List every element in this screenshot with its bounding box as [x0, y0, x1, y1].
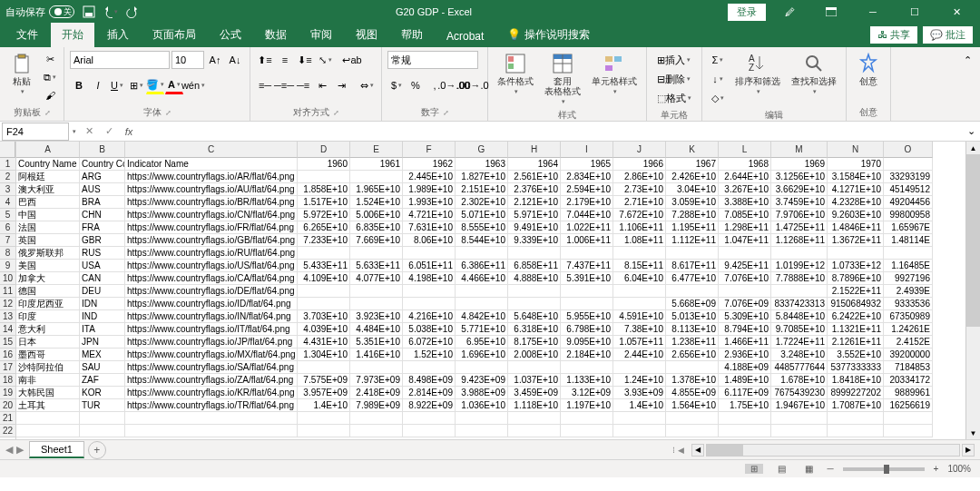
select-all-corner[interactable] [0, 142, 15, 158]
format-table-button[interactable]: 套用 表格格式▾ [541, 51, 584, 107]
cell[interactable] [613, 298, 666, 310]
cell[interactable]: 印度尼西亚 [16, 298, 80, 310]
cell[interactable]: 4.188E+09 [719, 361, 771, 374]
scroll-right-icon[interactable]: ▶ [962, 444, 975, 457]
cell[interactable]: 3.267E+10 [719, 183, 771, 196]
cell-styles-button[interactable]: 单元格样式▾ [588, 51, 641, 97]
cell[interactable] [884, 425, 933, 437]
cell[interactable]: 3.988E+09 [456, 387, 508, 399]
cell[interactable]: 1.0733E+12 [828, 260, 884, 272]
cell[interactable]: 7.989E+09 [350, 399, 403, 412]
cell[interactable]: https://www.countryflags.io/CA/flat/64.p… [125, 272, 298, 285]
cell[interactable]: 1.489E+10 [719, 374, 771, 387]
row-header[interactable]: 6 [0, 221, 15, 234]
fx-icon[interactable]: fx [120, 123, 138, 140]
cell[interactable]: https://www.countryflags.io/DE/flat/64.p… [125, 285, 298, 298]
cell[interactable]: ZAF [80, 374, 125, 387]
cell[interactable]: 8.555E+10 [456, 221, 508, 234]
cell[interactable]: 4.431E+10 [298, 336, 350, 349]
cell[interactable]: 2.86E+10 [613, 171, 666, 183]
cell[interactable]: https://www.countryflags.io/SA/flat/64.p… [125, 361, 298, 374]
cell[interactable]: 16256619 [884, 399, 933, 412]
cell[interactable]: 6.117E+09 [719, 387, 771, 399]
cell[interactable]: 英国 [16, 234, 80, 247]
formula-input[interactable] [142, 123, 962, 141]
cell[interactable]: ITA [80, 323, 125, 336]
cell[interactable] [884, 158, 933, 171]
italic-button[interactable]: I [89, 76, 107, 94]
cell[interactable] [613, 247, 666, 260]
delete-cells-button[interactable]: ⊟ 删除 ▾ [652, 70, 695, 88]
cell[interactable]: Country Co [80, 158, 125, 171]
cell[interactable] [828, 425, 884, 437]
column-header[interactable]: H [508, 142, 561, 158]
cell[interactable]: 8.06E+10 [403, 234, 456, 247]
cell[interactable]: 1.112E+11 [666, 234, 719, 247]
row-header[interactable]: 15 [0, 336, 15, 349]
cell[interactable]: USA [80, 260, 125, 272]
cell[interactable]: 3.12E+09 [561, 387, 613, 399]
cell[interactable]: 7.38E+10 [613, 323, 666, 336]
conditional-format-button[interactable]: 条件格式▾ [494, 51, 537, 97]
cell[interactable] [561, 298, 613, 310]
cell[interactable]: BRA [80, 196, 125, 209]
cell[interactable]: 1.24E+10 [613, 374, 666, 387]
cell[interactable]: 9150684932 [828, 298, 884, 310]
cell[interactable]: 2.151E+10 [456, 183, 508, 196]
cell[interactable]: 99800958 [884, 209, 933, 221]
cell[interactable]: 1.118E+10 [508, 399, 561, 412]
align-expand-icon[interactable]: ⤢ [333, 109, 339, 117]
cell[interactable]: 沙特阿拉伯 [16, 361, 80, 374]
tab-home[interactable]: 开始 [51, 23, 94, 47]
cell[interactable] [666, 425, 719, 437]
cell[interactable]: https://www.countryflags.io/TR/flat/64.p… [125, 399, 298, 412]
cancel-formula-icon[interactable]: ✕ [80, 123, 98, 140]
cell[interactable]: 7.076E+09 [719, 298, 771, 310]
cell[interactable]: 7.631E+10 [403, 221, 456, 234]
column-header[interactable]: O [884, 142, 933, 158]
cell[interactable]: 1.24261E [884, 323, 933, 336]
cell[interactable]: 1.057E+11 [613, 336, 666, 349]
cell[interactable]: 6.798E+10 [561, 323, 613, 336]
cell[interactable]: 1.022E+11 [561, 221, 613, 234]
cell[interactable] [403, 247, 456, 260]
cell[interactable] [508, 247, 561, 260]
cell[interactable]: 1.304E+10 [298, 349, 350, 361]
decrease-decimal-icon[interactable]: .00→.0 [464, 76, 482, 94]
border-button[interactable]: ⊞▾ [127, 76, 145, 94]
cell[interactable]: 4.855E+09 [666, 387, 719, 399]
cell[interactable]: 3.04E+10 [666, 183, 719, 196]
cell[interactable]: 5.433E+11 [298, 260, 350, 272]
increase-font-icon[interactable]: A↑ [206, 51, 224, 69]
cell[interactable] [666, 412, 719, 425]
column-header[interactable]: L [719, 142, 771, 158]
cell[interactable]: 澳大利亚 [16, 183, 80, 196]
cell[interactable]: 1969 [771, 158, 828, 171]
cell[interactable]: 2.656E+10 [666, 349, 719, 361]
cell[interactable]: FRA [80, 221, 125, 234]
cell[interactable]: 1961 [350, 158, 403, 171]
column-header[interactable]: K [666, 142, 719, 158]
normal-view-icon[interactable]: ⊞ [745, 464, 763, 474]
cell[interactable]: 1.08E+11 [613, 234, 666, 247]
cell[interactable] [16, 425, 80, 437]
cell[interactable]: 1962 [403, 158, 456, 171]
tab-pagelayout[interactable]: 页面布局 [142, 23, 207, 47]
cell[interactable]: 7675439230 [771, 387, 828, 399]
cell[interactable]: https://www.countryflags.io/IN/flat/64.p… [125, 310, 298, 323]
cell[interactable]: 大韩民国 [16, 387, 80, 399]
cell[interactable]: 1.416E+10 [350, 349, 403, 361]
row-header[interactable]: 22 [0, 425, 15, 437]
cell[interactable] [771, 425, 828, 437]
cell[interactable]: 7.076E+10 [719, 272, 771, 285]
cell[interactable] [561, 425, 613, 437]
cell[interactable]: KOR [80, 387, 125, 399]
tab-view[interactable]: 视图 [345, 23, 388, 47]
cell[interactable]: https://www.countryflags.io/RU/flat/64.p… [125, 247, 298, 260]
cell[interactable]: 南非 [16, 374, 80, 387]
cell[interactable]: 1963 [456, 158, 508, 171]
row-header[interactable]: 21 [0, 412, 15, 425]
cell[interactable] [403, 361, 456, 374]
cell[interactable] [508, 425, 561, 437]
cell[interactable] [508, 285, 561, 298]
